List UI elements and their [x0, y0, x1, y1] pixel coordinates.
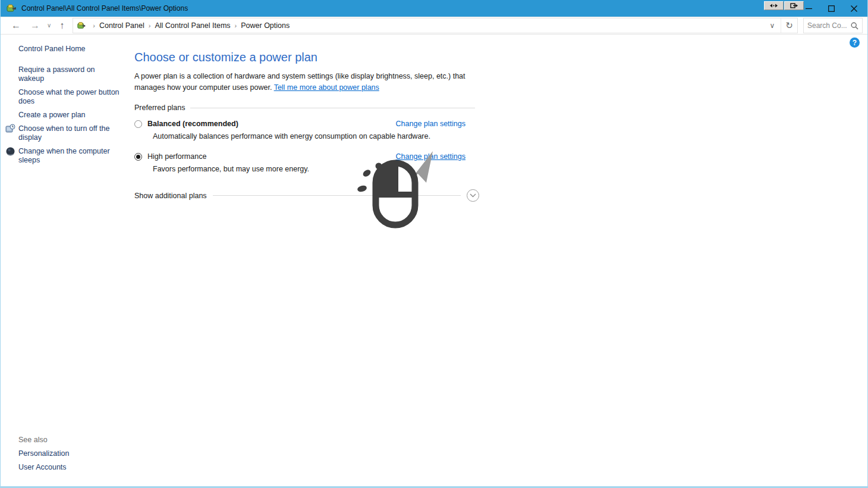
breadcrumb-separator: › — [89, 22, 99, 29]
preferred-plans-header: Preferred plans — [134, 104, 475, 112]
change-plan-settings-high-performance-link[interactable]: Change plan settings — [396, 152, 466, 161]
sidebar-item-control-panel-home[interactable]: Control Panel Home — [18, 45, 133, 53]
window-body: Control Panel Home Require a password on… — [1, 35, 867, 485]
address-bar-buttons: ∨ ↻ — [764, 18, 797, 33]
minimize-button[interactable] — [797, 0, 820, 17]
main-content: Choose or customize a power plan A power… — [133, 35, 867, 485]
see-also-section: See also Personalization User Accounts — [18, 436, 69, 477]
breadcrumb-all-items[interactable]: All Control Panel Items — [155, 21, 230, 30]
sidebar-item-require-password[interactable]: Require a password on wakeup — [18, 65, 121, 83]
change-plan-settings-balanced-link[interactable]: Change plan settings — [396, 120, 466, 128]
up-button[interactable]: ↑ — [54, 21, 70, 30]
sidebar: Control Panel Home Require a password on… — [1, 35, 133, 485]
plan-head: Balanced (recommended) Change plan setti… — [134, 120, 466, 128]
maximize-icon — [828, 5, 835, 12]
search-box[interactable] — [803, 18, 863, 33]
address-dropdown-button[interactable]: ∨ — [764, 18, 781, 33]
chevron-down-icon — [470, 193, 476, 198]
sidebar-item-label: Choose when to turn off the display — [18, 124, 109, 142]
back-button[interactable]: ← — [7, 21, 26, 30]
preferred-plans-label: Preferred plans — [134, 104, 185, 112]
show-additional-plans-label: Show additional plans — [134, 192, 207, 200]
sidebar-item-computer-sleeps[interactable]: Change when the computer sleeps — [18, 147, 121, 165]
search-input[interactable] — [807, 21, 851, 30]
divider-line — [190, 108, 475, 108]
tell-me-more-link[interactable]: Tell me more about power plans — [274, 83, 379, 92]
breadcrumb-control-panel[interactable]: Control Panel — [99, 21, 144, 30]
forward-button[interactable]: → — [26, 21, 45, 30]
breadcrumb-separator: › — [231, 22, 241, 29]
intro-text: A power plan is a collection of hardware… — [134, 71, 482, 93]
close-button[interactable] — [842, 0, 865, 17]
page-title: Choose or customize a power plan — [134, 51, 867, 64]
plan-row-balanced: Balanced (recommended) Change plan setti… — [134, 120, 466, 140]
sleep-icon — [5, 146, 15, 157]
help-button[interactable]: ? — [850, 37, 860, 48]
sidebar-item-power-button[interactable]: Choose what the power button does — [18, 88, 121, 106]
plan-name-balanced[interactable]: Balanced (recommended) — [147, 120, 238, 128]
high-performance-radio[interactable] — [134, 153, 142, 161]
sidebar-item-user-accounts[interactable]: User Accounts — [18, 463, 69, 471]
window-title: Control Panel\All Control Panel Items\Po… — [21, 4, 188, 12]
resize-toggle-button[interactable] — [764, 1, 784, 10]
address-bar[interactable]: › Control Panel › All Control Panel Item… — [73, 18, 798, 33]
sidebar-item-personalization[interactable]: Personalization — [18, 449, 69, 458]
balanced-radio[interactable] — [134, 120, 142, 128]
titlebar[interactable]: Control Panel\All Control Panel Items\Po… — [1, 0, 867, 17]
window-controls — [797, 0, 865, 17]
plan-row-high-performance: High performance Change plan settings Fa… — [134, 152, 466, 173]
plan-description-balanced: Automatically balances performance with … — [153, 132, 466, 140]
search-icon — [851, 22, 858, 30]
power-options-app-icon — [6, 3, 17, 14]
power-options-breadcrumb-icon — [77, 21, 86, 30]
plan-name-high-performance[interactable]: High performance — [147, 152, 206, 161]
plan-description-high-performance: Favors performance, but may use more ene… — [153, 165, 466, 173]
show-additional-plans-row: Show additional plans — [134, 189, 479, 202]
sidebar-item-label: Change when the computer sleeps — [18, 147, 110, 164]
maximize-button[interactable] — [820, 0, 842, 17]
breadcrumb-power-options[interactable]: Power Options — [241, 21, 290, 30]
sidebar-item-create-plan[interactable]: Create a power plan — [18, 111, 121, 120]
close-icon — [851, 5, 857, 12]
divider-line — [213, 195, 461, 196]
expand-additional-plans-button[interactable] — [467, 189, 479, 202]
minimize-icon — [806, 5, 812, 12]
horizontal-arrows-icon — [770, 3, 778, 8]
refresh-button[interactable]: ↻ — [781, 18, 797, 33]
sidebar-item-turn-off-display[interactable]: Choose when to turn off the display — [18, 124, 121, 142]
display-clock-icon — [5, 124, 15, 134]
recent-pages-dropdown[interactable]: ∨ — [45, 23, 54, 29]
breadcrumb-separator: › — [144, 22, 155, 29]
see-also-heading: See also — [18, 436, 69, 444]
plan-head: High performance Change plan settings — [134, 152, 466, 161]
navigation-bar: ← → ∨ ↑ › Control Panel › All Control Pa… — [1, 17, 867, 35]
power-options-window: { "window": { "title": "Control Panel\\A… — [0, 0, 868, 488]
